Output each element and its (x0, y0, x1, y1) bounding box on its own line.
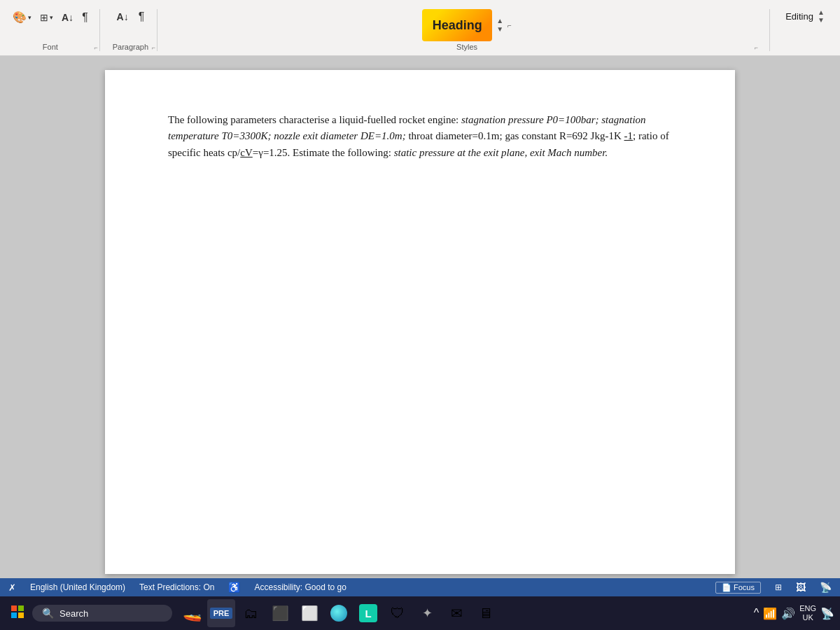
status-accessibility[interactable]: Accessibility: Good to go (254, 582, 346, 592)
search-icon: 🔍 (42, 608, 54, 619)
styles-items: Heading ▲ ▼ ⌐ (422, 9, 512, 41)
taskbar-tray: ^ 📶 🔊 ENG UK 📡 (754, 604, 834, 622)
sort-az-icon: A↓ (62, 12, 74, 23)
chevron-down-icon: ▾ (28, 14, 31, 21)
uk-label: UK (802, 613, 813, 622)
document-area: The following parameters characterise a … (0, 56, 840, 578)
font-theme-button[interactable]: 🎨 ▾ (10, 9, 34, 25)
editing-scroll-up-button[interactable]: ▲ (818, 9, 825, 16)
sort-az-button[interactable]: A↓ (59, 10, 76, 24)
document-body-text[interactable]: The following parameters characterise a … (168, 112, 672, 161)
italic-text-2: static pressure at the exit plane, exit … (394, 147, 608, 158)
styles-expand-icon[interactable]: ⌐ (507, 22, 512, 29)
heading-style-label: Heading (433, 18, 482, 33)
document-page[interactable]: The following parameters characterise a … (105, 70, 735, 574)
status-bar: ✗ English (United Kingdom) Text Predicti… (0, 578, 840, 596)
editing-arrows: ▲ ▼ (818, 9, 825, 24)
taskbar-app-blue-circle[interactable] (325, 599, 353, 627)
spell-check-icon[interactable]: ✗ (8, 582, 16, 593)
broadcast-status-icon[interactable]: 📡 (820, 582, 832, 593)
editing-label: Editing (785, 11, 813, 22)
taskbar-app-speedboat[interactable]: 🚤 (178, 599, 206, 627)
taskbar-app-media[interactable]: ⬜ (295, 599, 323, 627)
styles-scroll-up-button[interactable]: ▲ (496, 18, 503, 24)
taskbar-apps: 🚤 PRE 🗂 ⬛ ⬜ L 🛡 ✦ ✉ 🖥 (178, 599, 500, 627)
italic-text-1: stagnation pressure P0=100bar; stagnatio… (168, 114, 646, 141)
focus-label: Focus (734, 583, 755, 592)
svg-rect-1 (18, 606, 24, 611)
grid-button[interactable]: ⊞ ▾ (37, 10, 56, 24)
pilcrow-para-button[interactable]: ¶ (136, 9, 148, 24)
status-text-predictions[interactable]: Text Predictions: On (139, 582, 214, 592)
pilcrow-button[interactable]: ¶ (79, 10, 91, 25)
paragraph-group-label: Paragraph (113, 43, 148, 51)
editing-section: Editing ▲ ▼ (777, 9, 833, 51)
sort-az-para-button[interactable]: A↓ (114, 10, 132, 24)
search-label: Search (59, 608, 88, 619)
ribbon-styles-group: Heading ▲ ▼ ⌐ Styles ⌐ (164, 9, 770, 51)
taskbar-search[interactable]: 🔍 Search (32, 605, 172, 622)
tray-icons: ^ 📶 🔊 (754, 607, 796, 620)
taskbar-app-camera[interactable]: ⬛ (266, 599, 294, 627)
taskbar-app-mail[interactable]: ✉ (442, 599, 470, 627)
focus-button[interactable]: 📄 Focus (715, 582, 761, 594)
tray-wifi2-icon[interactable]: 📡 (820, 607, 834, 620)
heading-style-display[interactable]: Heading (422, 9, 492, 41)
taskbar-app-monitor[interactable]: 🖥 (472, 599, 500, 627)
windows-logo-icon (11, 606, 24, 618)
chevron-down-icon: ▾ (50, 14, 53, 21)
paragraph-expand-icon[interactable]: ⌐ (152, 44, 155, 51)
underline-cv: cV (240, 147, 253, 158)
svg-rect-0 (11, 606, 17, 611)
accessibility-icon: ♿ (228, 582, 240, 593)
font-expand-icon[interactable]: ⌐ (94, 44, 97, 51)
az-sort-icon: A↓ (117, 11, 129, 22)
paint-icon: 🎨 (13, 10, 27, 24)
status-language[interactable]: English (United Kingdom) (30, 582, 125, 592)
taskbar-app-letter-l[interactable]: L (354, 599, 382, 627)
pilcrow-para-icon: ¶ (139, 10, 145, 23)
language-badge[interactable]: ENG UK (799, 604, 816, 622)
taskbar-app-word[interactable]: PRE (207, 599, 235, 627)
svg-rect-3 (18, 612, 24, 618)
font-group-label: Font (43, 43, 58, 51)
tray-volume-icon[interactable]: 🔊 (781, 607, 795, 620)
taskbar-app-explorer[interactable]: 🗂 (237, 599, 265, 627)
svg-rect-2 (11, 612, 17, 618)
eng-label: ENG (799, 604, 816, 613)
tray-wifi-icon[interactable]: 📶 (763, 607, 777, 620)
grid-status-icon[interactable]: ⊞ (775, 582, 782, 592)
image-status-icon[interactable]: 🖼 (796, 582, 806, 593)
taskbar-app-stars[interactable]: ✦ (413, 599, 441, 627)
styles-scroll-down-button[interactable]: ▼ (496, 26, 503, 33)
ribbon: 🎨 ▾ ⊞ ▾ A↓ ¶ Font ⌐ A↓ ¶ (0, 0, 840, 56)
styles-group-expand[interactable]: ⌐ (755, 44, 758, 51)
ribbon-paragraph-group: A↓ ¶ Paragraph ⌐ (107, 9, 158, 51)
grid-icon: ⊞ (40, 12, 48, 23)
focus-icon: 📄 (722, 583, 732, 592)
styles-group-label: Styles (456, 43, 477, 51)
pilcrow-icon: ¶ (82, 11, 88, 24)
taskbar: 🔍 Search 🚤 PRE 🗂 ⬛ ⬜ L 🛡 ✦ ✉ 🖥 ^ 📶 🔊 ENG… (0, 596, 840, 630)
ribbon-font-group: 🎨 ▾ ⊞ ▾ A↓ ¶ Font ⌐ (7, 9, 100, 51)
start-button[interactable] (6, 603, 29, 624)
taskbar-app-shield[interactable]: 🛡 (384, 599, 412, 627)
paragraph-controls: A↓ ¶ (114, 9, 148, 24)
tray-chevron-icon[interactable]: ^ (754, 607, 760, 620)
editing-scroll-down-button[interactable]: ▼ (818, 17, 825, 24)
underline-text-1: -1 (624, 130, 634, 141)
font-controls: 🎨 ▾ ⊞ ▾ A↓ ¶ (10, 9, 91, 25)
